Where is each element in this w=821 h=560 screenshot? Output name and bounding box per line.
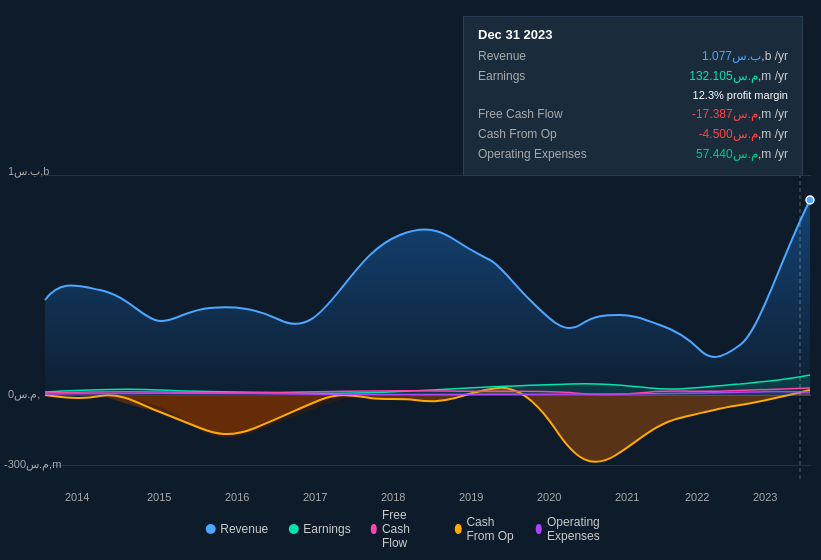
legend-label-fcf: Free Cash Flow [382, 508, 435, 550]
tooltip-row-cfo: Cash From Op -4.500م.س,m /yr [478, 126, 788, 143]
x-label-2021: 2021 [615, 491, 639, 503]
chart-svg [0, 160, 821, 480]
tooltip-row-margin: 12.3% profit margin [478, 88, 788, 103]
revenue-label: Revenue [478, 48, 588, 65]
legend-dot-fcf [371, 524, 377, 534]
fcf-label: Free Cash Flow [478, 106, 588, 123]
opex-label: Operating Expenses [478, 146, 588, 163]
cfo-label: Cash From Op [478, 126, 588, 143]
legend-dot-earnings [288, 524, 298, 534]
legend-earnings: Earnings [288, 522, 350, 536]
tooltip-row-earnings: Earnings 132.105م.س,m /yr [478, 68, 788, 85]
legend-label-opex: Operating Expenses [547, 515, 616, 543]
tooltip-row-fcf: Free Cash Flow -17.387م.س,m /yr [478, 106, 788, 123]
legend-opex: Operating Expenses [536, 515, 616, 543]
tooltip-row-revenue: Revenue 1.077ب.س,b /yr [478, 48, 788, 65]
x-label-2020: 2020 [537, 491, 561, 503]
legend-dot-revenue [205, 524, 215, 534]
x-label-2017: 2017 [303, 491, 327, 503]
x-label-2014: 2014 [65, 491, 89, 503]
chart-container: Dec 31 2023 Revenue 1.077ب.س,b /yr Earni… [0, 0, 821, 560]
earnings-label: Earnings [478, 68, 588, 85]
legend-label-cfo: Cash From Op [466, 515, 515, 543]
fcf-value: -17.387م.س,m /yr [692, 106, 788, 123]
cfo-value: -4.500م.س,m /yr [699, 126, 788, 143]
tooltip-row-opex: Operating Expenses 57.440م.س,m /yr [478, 146, 788, 163]
legend-fcf: Free Cash Flow [371, 508, 435, 550]
x-label-2015: 2015 [147, 491, 171, 503]
legend-cfo: Cash From Op [455, 515, 516, 543]
x-label-2022: 2022 [685, 491, 709, 503]
tooltip-date: Dec 31 2023 [478, 27, 788, 42]
margin-value: 12.3% profit margin [693, 88, 788, 103]
legend-dot-cfo [455, 524, 461, 534]
opex-value: 57.440م.س,m /yr [696, 146, 788, 163]
x-label-2019: 2019 [459, 491, 483, 503]
svg-point-1 [806, 196, 814, 204]
chart-legend: Revenue Earnings Free Cash Flow Cash Fro… [205, 508, 616, 550]
legend-revenue: Revenue [205, 522, 268, 536]
x-label-2018: 2018 [381, 491, 405, 503]
margin-label [478, 88, 588, 103]
legend-dot-opex [536, 524, 542, 534]
legend-label-earnings: Earnings [303, 522, 350, 536]
revenue-value: 1.077ب.س,b /yr [702, 48, 788, 65]
x-label-2016: 2016 [225, 491, 249, 503]
earnings-value: 132.105م.س,m /yr [689, 68, 788, 85]
legend-label-revenue: Revenue [220, 522, 268, 536]
tooltip-box: Dec 31 2023 Revenue 1.077ب.س,b /yr Earni… [463, 16, 803, 176]
x-label-2023: 2023 [753, 491, 777, 503]
